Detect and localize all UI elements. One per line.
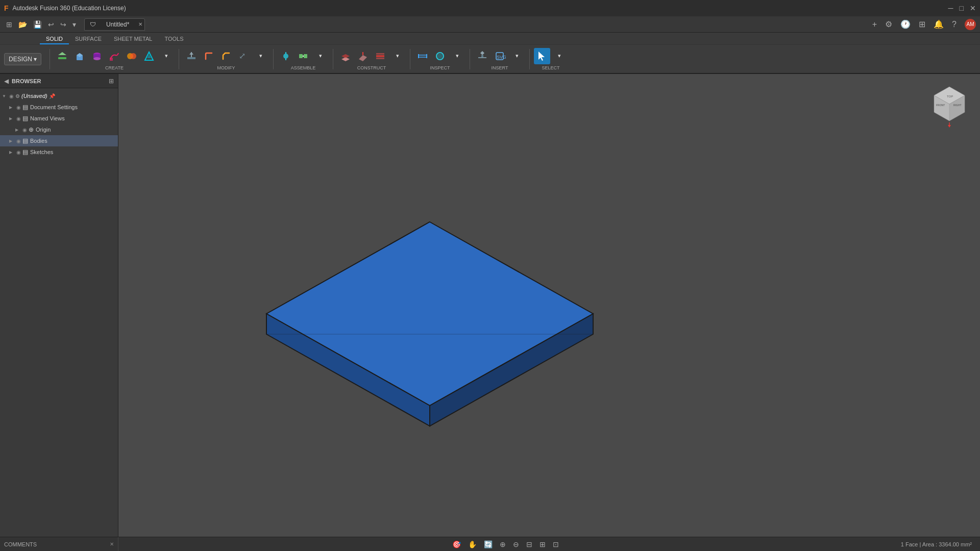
tab-tools[interactable]: TOOLS xyxy=(158,34,189,44)
assemble-group: ▾ ASSEMBLE xyxy=(278,48,329,70)
modify-press-pull-btn[interactable] xyxy=(183,48,200,64)
browser-item-named-views[interactable]: ▶ ◉ ▤ Named Views xyxy=(0,113,118,124)
expand-arrow-named: ▶ xyxy=(9,116,15,121)
eye-icon-bodies: ◉ xyxy=(16,138,21,144)
modify-group: ⤢ ▾ MODIFY xyxy=(183,48,269,70)
tab-sheet-metal[interactable]: SHEET METAL xyxy=(108,34,158,44)
help-icon[interactable]: ? xyxy=(952,20,957,29)
close-button[interactable]: ✕ xyxy=(970,4,976,12)
vp-display-btn[interactable]: ⊟ xyxy=(524,539,534,549)
design-dropdown[interactable]: DESIGN ▾ xyxy=(4,53,41,65)
browser-item-doc-settings[interactable]: ▶ ◉ ▤ Document Settings xyxy=(0,102,118,113)
design-label: DESIGN xyxy=(9,56,32,63)
create-extrude-btn[interactable] xyxy=(54,48,70,64)
modify-move-btn[interactable]: ⤢ xyxy=(235,48,252,64)
inspect-group: ▾ INSPECT xyxy=(414,48,465,70)
construct-label: CONSTRUCT xyxy=(357,65,386,70)
comments-close-btn[interactable]: ✕ xyxy=(110,541,114,547)
eye-icon-named: ◉ xyxy=(16,116,21,121)
assemble-joint-btn[interactable] xyxy=(278,48,294,64)
tab-surface[interactable]: SURFACE xyxy=(69,34,108,44)
close-tab-button[interactable]: ✕ xyxy=(138,21,142,27)
select-group: ▾ SELECT xyxy=(534,48,568,70)
browser-item-bodies[interactable]: ▶ ◉ ▤ Bodies xyxy=(0,135,118,146)
construct-offset-plane-btn[interactable] xyxy=(337,48,354,64)
cube-nav[interactable]: TOP RIGHT FRONT xyxy=(929,84,970,125)
inspect-measure-btn[interactable] xyxy=(414,48,431,64)
face-info: 1 Face | Area : 3364.00 mm² xyxy=(901,541,972,547)
modify-chamfer-btn[interactable] xyxy=(218,48,234,64)
viewport[interactable]: TOP RIGHT FRONT xyxy=(118,74,980,537)
svg-rect-28 xyxy=(376,55,384,57)
svg-marker-24 xyxy=(359,55,367,61)
modify-fillet-btn[interactable] xyxy=(201,48,217,64)
create-cylinder-btn[interactable] xyxy=(89,48,105,64)
browser-item-origin[interactable]: ▶ ◉ ⊕ Origin xyxy=(0,124,118,135)
bodies-icon: ▤ xyxy=(22,137,28,144)
create-box-btn[interactable] xyxy=(71,48,88,64)
user-avatar[interactable]: AM xyxy=(965,19,976,30)
inspect-zebra-btn[interactable] xyxy=(432,48,448,64)
open-button[interactable]: 📂 xyxy=(16,19,29,30)
vp-grid-btn[interactable]: ⊞ xyxy=(537,539,548,549)
insert-label: INSERT xyxy=(492,65,508,70)
create-combine-btn[interactable] xyxy=(124,48,140,64)
select-btn[interactable] xyxy=(534,48,550,64)
undo-button[interactable]: ↩ xyxy=(46,19,56,30)
eye-icon-sketches: ◉ xyxy=(16,149,21,155)
vp-more-btn[interactable]: ⊡ xyxy=(551,539,561,549)
vp-orbit-btn[interactable]: 🔄 xyxy=(482,539,495,549)
comments-label: COMMENTS xyxy=(4,541,110,547)
browser-item-sketches[interactable]: ▶ ◉ ▤ Sketches xyxy=(0,146,118,158)
inspect-label: INSPECT xyxy=(430,65,450,70)
create-more-btn[interactable]: ▾ xyxy=(158,48,175,64)
inspect-more-btn[interactable]: ▾ xyxy=(449,48,465,64)
create-shell-btn[interactable] xyxy=(141,48,157,64)
select-more-btn[interactable]: ▾ xyxy=(551,48,568,64)
home-button[interactable]: ⊞ xyxy=(4,19,14,30)
vp-pan-btn[interactable]: ✋ xyxy=(466,539,479,549)
construct-midplane-btn[interactable] xyxy=(372,48,388,64)
insert-more-btn[interactable]: ▾ xyxy=(509,48,525,64)
svg-point-16 xyxy=(283,54,288,59)
vp-zoom-in-btn[interactable]: ⊕ xyxy=(498,539,508,549)
select-label: SELECT xyxy=(542,65,560,70)
sketches-icon: ▤ xyxy=(22,148,28,156)
clock-icon[interactable]: 🕐 xyxy=(900,19,911,29)
grid-icon[interactable]: ⊞ xyxy=(919,19,925,29)
assemble-rigid-btn[interactable] xyxy=(295,48,311,64)
active-tab[interactable]: 🛡 Untitled* ✕ xyxy=(84,18,145,31)
collapse-panel-btn[interactable]: ◀ xyxy=(4,78,9,85)
svg-rect-20 xyxy=(304,54,307,58)
notification-icon[interactable]: 🔔 xyxy=(934,19,944,29)
browser-item-unsaved[interactable]: ▼ ◉ ⚙ (Unsaved) 📌 xyxy=(0,90,118,102)
left-panel: ◀ BROWSER ⊞ ▼ ◉ ⚙ (Unsaved) 📌 ▶ ◉ ▤ Docu… xyxy=(0,74,118,537)
construct-plane-angle-btn[interactable] xyxy=(355,48,371,64)
save-button[interactable]: 💾 xyxy=(31,19,44,30)
modify-more-btn[interactable]: ▾ xyxy=(253,48,269,64)
create-sweep-btn[interactable] xyxy=(106,48,122,64)
insert-svg-btn[interactable]: SVG xyxy=(492,48,508,64)
vp-zoom-out-btn[interactable]: ⊖ xyxy=(511,539,521,549)
browser-filter-icon[interactable]: ⊞ xyxy=(109,78,114,85)
sep7 xyxy=(529,49,530,69)
status-bar: 1 Face | Area : 3364.00 mm² xyxy=(893,541,980,547)
app-icon: F xyxy=(4,4,9,12)
comments-panel[interactable]: COMMENTS ✕ xyxy=(0,537,118,551)
insert-mesh-btn[interactable] xyxy=(474,48,491,64)
redo-button[interactable]: ↪ xyxy=(58,19,68,30)
browser-title: BROWSER xyxy=(12,78,109,84)
settings-icon[interactable]: ⚙ xyxy=(885,19,892,29)
customize-button[interactable]: ▾ xyxy=(70,19,78,30)
svg-text:FRONT: FRONT xyxy=(936,104,945,107)
vp-home-btn[interactable]: 🎯 xyxy=(450,539,463,549)
browser-body: ▼ ◉ ⚙ (Unsaved) 📌 ▶ ◉ ▤ Document Setting… xyxy=(0,88,118,537)
minimize-button[interactable]: ─ xyxy=(948,4,953,12)
add-tab-button[interactable]: + xyxy=(872,20,877,29)
browser-header: ◀ BROWSER ⊞ xyxy=(0,74,118,88)
maximize-button[interactable]: □ xyxy=(960,4,964,12)
svg-text:SVG: SVG xyxy=(497,55,506,60)
construct-more-btn[interactable]: ▾ xyxy=(389,48,406,64)
tab-solid[interactable]: SOLID xyxy=(40,34,69,44)
assemble-more-btn[interactable]: ▾ xyxy=(312,48,329,64)
